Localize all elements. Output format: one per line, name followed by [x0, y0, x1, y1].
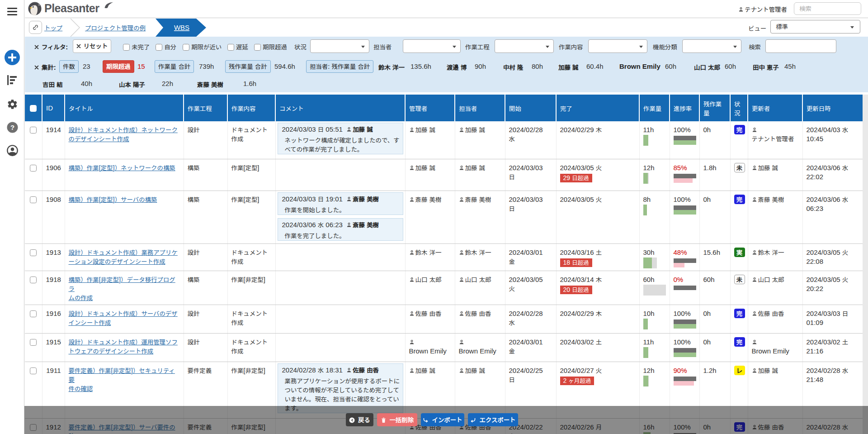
svg-text:WBS: WBS	[174, 24, 189, 31]
svg-text:?: ?	[10, 124, 14, 131]
